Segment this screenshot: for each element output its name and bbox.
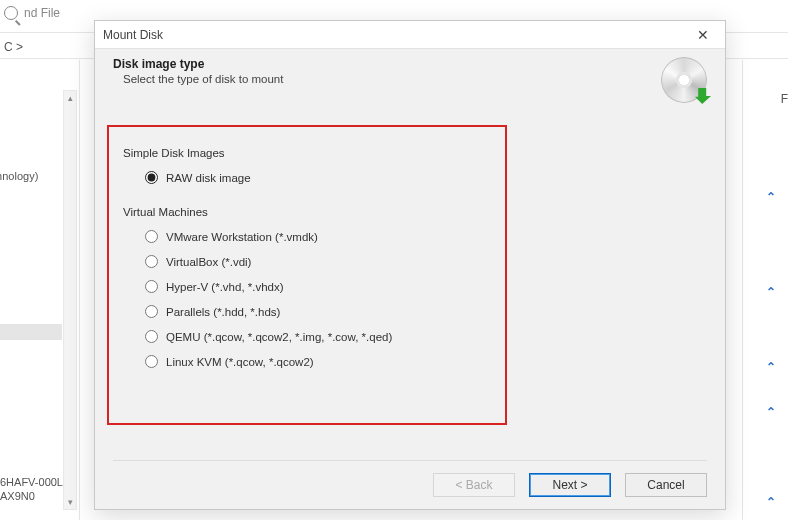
option-parallels[interactable]: Parallels (*.hdd, *.hds) bbox=[145, 305, 697, 318]
radio-parallels[interactable] bbox=[145, 305, 158, 318]
option-label: VirtualBox (*.vdi) bbox=[166, 256, 251, 268]
next-button[interactable]: Next > bbox=[529, 473, 611, 497]
option-virtualbox[interactable]: VirtualBox (*.vdi) bbox=[145, 255, 697, 268]
group-virtual-machines: Virtual Machines bbox=[123, 206, 697, 218]
radio-qemu[interactable] bbox=[145, 330, 158, 343]
breadcrumb: C > bbox=[4, 40, 23, 54]
radio-vmware[interactable] bbox=[145, 230, 158, 243]
close-icon[interactable]: ✕ bbox=[689, 25, 717, 45]
scroll-up-icon[interactable]: ▴ bbox=[64, 91, 76, 105]
option-hyperv[interactable]: Hyper-V (*.vhd, *.vhdx) bbox=[145, 280, 697, 293]
dialog-titlebar: Mount Disk ✕ bbox=[95, 21, 725, 49]
search-icon bbox=[4, 6, 18, 20]
option-label: VMware Workstation (*.vmdk) bbox=[166, 231, 318, 243]
collapse-chevron-icon[interactable]: ⌃ bbox=[766, 190, 776, 204]
dialog-footer: < Back Next > Cancel bbox=[95, 461, 725, 509]
collapse-chevron-icon[interactable]: ⌃ bbox=[766, 360, 776, 374]
cancel-button[interactable]: Cancel bbox=[625, 473, 707, 497]
radio-virtualbox[interactable] bbox=[145, 255, 158, 268]
option-label: RAW disk image bbox=[166, 172, 251, 184]
option-label: QEMU (*.qcow, *.qcow2, *.img, *.cow, *.q… bbox=[166, 331, 392, 343]
option-raw-disk-image[interactable]: RAW disk image bbox=[145, 171, 697, 184]
bg-search-area: nd File bbox=[4, 6, 60, 20]
option-label: Hyper-V (*.vhd, *.vhdx) bbox=[166, 281, 284, 293]
bg-row-technology: e Technology) bbox=[0, 170, 38, 182]
option-qemu[interactable]: QEMU (*.qcow, *.qcow2, *.img, *.cow, *.q… bbox=[145, 330, 697, 343]
disc-icon bbox=[661, 57, 707, 103]
radio-raw[interactable] bbox=[145, 171, 158, 184]
dialog-subheading: Select the type of disk to mount bbox=[123, 73, 661, 85]
bg-scrollbar[interactable]: ▴ ▾ bbox=[63, 90, 77, 510]
bg-right-header: F bbox=[781, 92, 788, 106]
radio-hyperv[interactable] bbox=[145, 280, 158, 293]
mount-disk-dialog: Mount Disk ✕ Disk image type Select the … bbox=[94, 20, 726, 510]
bg-left-pane: e Technology) 6HAFV-000L9 AX9N0 ▴ ▾ bbox=[0, 60, 80, 520]
bg-search-text: nd File bbox=[24, 6, 60, 20]
option-linux-kvm[interactable]: Linux KVM (*.qcow, *.qcow2) bbox=[145, 355, 697, 368]
dialog-header: Disk image type Select the type of disk … bbox=[95, 49, 725, 113]
dialog-title: Mount Disk bbox=[103, 28, 163, 42]
back-button: < Back bbox=[433, 473, 515, 497]
collapse-chevron-icon[interactable]: ⌃ bbox=[766, 495, 776, 509]
dialog-heading: Disk image type bbox=[113, 57, 661, 71]
group-simple-disk-images: Simple Disk Images bbox=[123, 147, 697, 159]
dialog-body: Simple Disk Images RAW disk image Virtua… bbox=[95, 113, 725, 460]
collapse-chevron-icon[interactable]: ⌃ bbox=[766, 405, 776, 419]
collapse-chevron-icon[interactable]: ⌃ bbox=[766, 285, 776, 299]
option-vmware[interactable]: VMware Workstation (*.vmdk) bbox=[145, 230, 697, 243]
bg-row-selected bbox=[0, 324, 62, 340]
bg-right-strip: F ⌃⌃⌃⌃⌃ bbox=[742, 60, 788, 520]
option-label: Linux KVM (*.qcow, *.qcow2) bbox=[166, 356, 314, 368]
option-label: Parallels (*.hdd, *.hds) bbox=[166, 306, 280, 318]
radio-kvm[interactable] bbox=[145, 355, 158, 368]
scroll-down-icon[interactable]: ▾ bbox=[64, 495, 76, 509]
bg-row-model: 6HAFV-000L9 AX9N0 bbox=[0, 475, 69, 503]
